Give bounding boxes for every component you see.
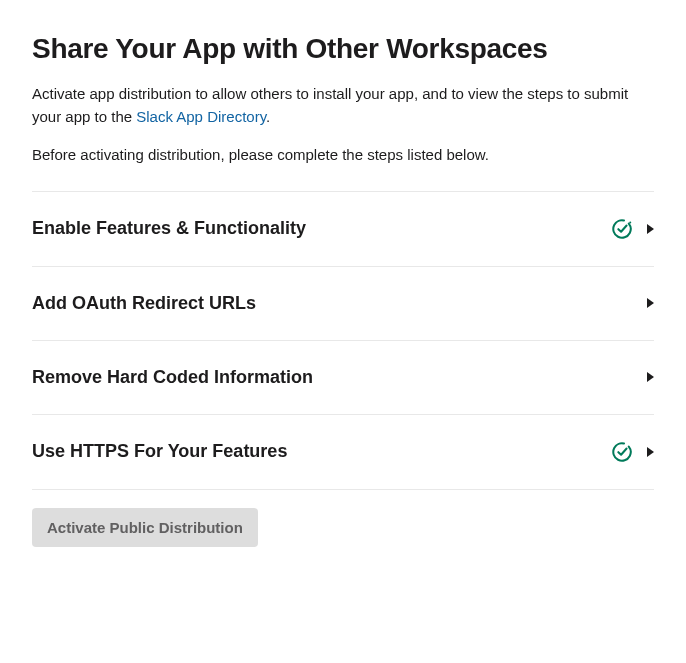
page-title: Share Your App with Other Workspaces <box>32 32 654 66</box>
checkmark-icon <box>611 441 633 463</box>
step-indicators <box>647 298 654 308</box>
step-indicators <box>647 372 654 382</box>
intro-paragraph: Activate app distribution to allow other… <box>32 82 654 129</box>
sub-text: Before activating distribution, please c… <box>32 144 654 167</box>
step-indicators <box>611 218 654 240</box>
step-oauth-redirect[interactable]: Add OAuth Redirect URLs <box>32 267 654 341</box>
caret-right-icon <box>647 447 654 457</box>
step-title: Remove Hard Coded Information <box>32 367 647 388</box>
intro-suffix: . <box>266 108 270 125</box>
svg-point-0 <box>611 218 633 240</box>
caret-right-icon <box>647 224 654 234</box>
intro-prefix: Activate app distribution to allow other… <box>32 85 628 125</box>
step-title: Enable Features & Functionality <box>32 218 611 239</box>
step-https-features[interactable]: Use HTTPS For Your Features <box>32 415 654 490</box>
steps-list: Enable Features & Functionality Add OAut… <box>32 191 654 490</box>
caret-right-icon <box>647 298 654 308</box>
step-title: Add OAuth Redirect URLs <box>32 293 647 314</box>
step-title: Use HTTPS For Your Features <box>32 441 611 462</box>
activate-distribution-button[interactable]: Activate Public Distribution <box>32 508 258 547</box>
step-enable-features[interactable]: Enable Features & Functionality <box>32 192 654 267</box>
caret-right-icon <box>647 372 654 382</box>
step-indicators <box>611 441 654 463</box>
step-remove-hardcoded[interactable]: Remove Hard Coded Information <box>32 341 654 415</box>
checkmark-icon <box>611 218 633 240</box>
svg-point-1 <box>611 441 633 463</box>
slack-app-directory-link[interactable]: Slack App Directory <box>136 108 266 125</box>
